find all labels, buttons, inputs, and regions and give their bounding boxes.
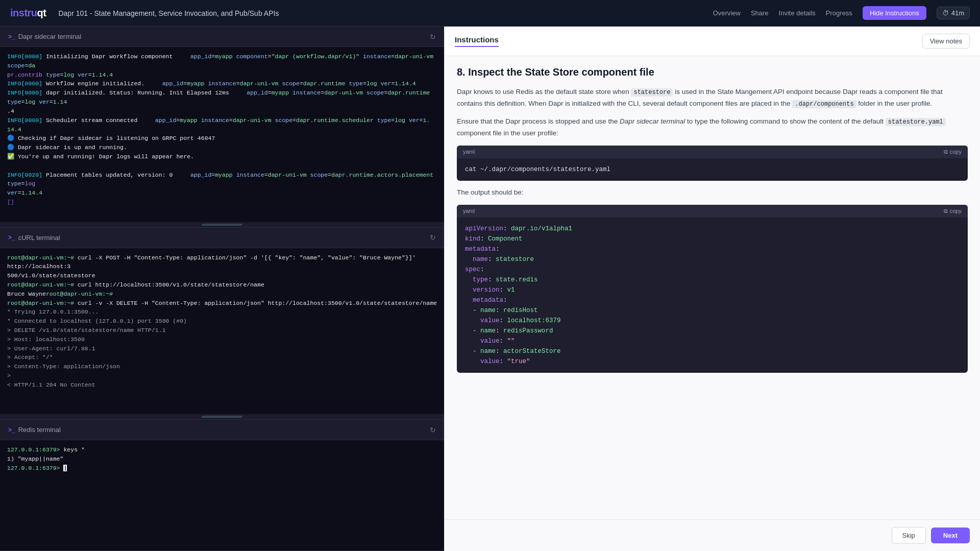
- terminal-line: ver=1.14.4: [7, 188, 437, 198]
- instructions-tab[interactable]: Instructions: [455, 35, 499, 47]
- nav-share[interactable]: Share: [751, 9, 769, 17]
- dapr-sidecar-terminal-header: Dapr sidecar terminal ↻: [0, 27, 444, 47]
- terminal-line: > Content-Type: application/json: [7, 362, 437, 371]
- dapr-sidecar-refresh-icon[interactable]: ↻: [430, 33, 436, 41]
- command-code-block-body: cat ~/.dapr/components/statestore.yaml: [457, 158, 968, 181]
- instructions-paragraph-2: Ensure that the Dapr process is stopped …: [457, 116, 968, 139]
- copy-icon: ⧉: [944, 149, 948, 155]
- nav-progress[interactable]: Progress: [826, 9, 852, 17]
- terminal-line: [7, 161, 437, 171]
- output-code-block-header: yaml ⧉ copy: [457, 205, 968, 218]
- scroll-indicator-curl: [0, 414, 444, 419]
- terminal-line: INFO[0020] Placement tables updated, ver…: [7, 171, 437, 189]
- timer-badge: ⏱ 41m: [937, 7, 970, 19]
- terminal-line: > Accept: */*: [7, 353, 437, 362]
- redis-title: Redis terminal: [8, 426, 61, 434]
- terminal-line: INFO[0000] dapr initialized. Status: Run…: [7, 88, 437, 107]
- nav-invite-details[interactable]: Invite details: [779, 9, 816, 17]
- timer-icon: ⏱: [942, 9, 949, 17]
- terminal-line: root@dapr-uni-vm:~# curl http://localhos…: [7, 280, 437, 290]
- nav-links: Overview Share Invite details Progress H…: [713, 6, 970, 20]
- instructions-content: 8. Inspect the State Store component fil…: [445, 56, 980, 519]
- skip-button[interactable]: Skip: [892, 527, 926, 544]
- dapr-sidecar-title: Dapr sidecar terminal: [8, 33, 81, 40]
- view-notes-button[interactable]: View notes: [922, 34, 970, 49]
- output-intro-text: The output should be:: [457, 187, 968, 199]
- terminal-line: pr.contrib type=log ver=1.14.4: [7, 70, 437, 80]
- terminal-line: > User-Agent: curl/7.88.1: [7, 344, 437, 353]
- terminal-line: 14.4: [7, 125, 437, 134]
- terminal-line: INFO[0000] Initializing Dapr workflow co…: [7, 52, 437, 70]
- left-panel: Dapr sidecar terminal ↻ INFO[0000] Initi…: [0, 27, 444, 551]
- next-button[interactable]: Next: [931, 528, 970, 543]
- redis-terminal-panel: Redis terminal ↻ 127.0.0.1:6379> keys * …: [0, 420, 444, 551]
- nav-overview[interactable]: Overview: [713, 9, 741, 17]
- terminal-line: ✅ You're up and running! Dapr logs will …: [7, 152, 437, 161]
- output-code-block: yaml ⧉ copy apiVersion: dapr.io/v1alpha1…: [457, 205, 968, 373]
- terminal-line: > DELETE /v1.0/state/statestore/name HTT…: [7, 326, 437, 335]
- right-panel: Instructions View notes 8. Inspect the S…: [444, 27, 980, 551]
- instructions-paragraph-1: Dapr knows to use Redis as the default s…: [457, 86, 968, 110]
- curl-title: cURL terminal: [8, 234, 60, 242]
- instructions-header: Instructions View notes: [445, 27, 980, 56]
- timer-value: 41m: [951, 9, 964, 17]
- step-heading: 8. Inspect the State Store component fil…: [457, 66, 968, 78]
- curl-terminal-panel: cURL terminal ↻ root@dapr-uni-vm:~# curl…: [0, 228, 444, 420]
- hide-instructions-button[interactable]: Hide Instructions: [863, 6, 926, 20]
- terminal-line: .4: [7, 107, 437, 116]
- topnav: instruqt Dapr 101 - State Management, Se…: [0, 0, 980, 27]
- copy-icon-2: ⧉: [944, 208, 948, 214]
- bottom-bar: Skip Next: [445, 519, 980, 551]
- terminal-line: root@dapr-uni-vm:~# curl -v -X DELETE -H…: [7, 299, 437, 308]
- terminal-line: 1) "myapp||name": [7, 454, 437, 464]
- curl-terminal-header: cURL terminal ↻: [0, 228, 444, 248]
- copy-command-button[interactable]: ⧉ copy: [944, 149, 962, 155]
- terminal-line: Bruce Wayneroot@dapr-uni-vm:~#: [7, 290, 437, 299]
- logo: instruqt: [10, 7, 46, 19]
- copy-output-button[interactable]: ⧉ copy: [944, 208, 962, 214]
- terminal-line: root@dapr-uni-vm:~# curl -X POST -H "Con…: [7, 253, 437, 272]
- scroll-indicator: [0, 222, 444, 227]
- curl-refresh-icon[interactable]: ↻: [430, 233, 436, 242]
- terminal-line: 127.0.0.1:6379> |: [7, 464, 437, 473]
- terminal-line: < HTTP/1.1 204 No Content: [7, 380, 437, 390]
- curl-terminal-body[interactable]: root@dapr-uni-vm:~# curl -X POST -H "Con…: [0, 248, 444, 414]
- output-code-block-body: apiVersion: dapr.io/v1alpha1 kind: Compo…: [457, 218, 968, 373]
- command-code-block-header: yaml ⧉ copy: [457, 146, 968, 158]
- terminal-line: 🔵 Checking if Dapr sidecar is listening …: [7, 134, 437, 143]
- dapr-sidecar-terminal-panel: Dapr sidecar terminal ↻ INFO[0000] Initi…: [0, 27, 444, 228]
- command-code-block: yaml ⧉ copy cat ~/.dapr/components/state…: [457, 146, 968, 181]
- page-title: Dapr 101 - State Management, Service Inv…: [58, 9, 700, 17]
- terminal-line: 127.0.0.1:6379> keys *: [7, 445, 437, 454]
- terminal-line: >: [7, 371, 437, 380]
- terminal-line: 🔵 Dapr sidecar is up and running.: [7, 143, 437, 152]
- terminal-line: 500/v1.0/state/statestore: [7, 271, 437, 280]
- redis-terminal-body[interactable]: 127.0.0.1:6379> keys * 1) "myapp||name" …: [0, 440, 444, 550]
- terminal-line: * Connected to localhost (127.0.0.1) por…: [7, 317, 437, 326]
- redis-refresh-icon[interactable]: ↻: [430, 426, 436, 434]
- redis-terminal-header: Redis terminal ↻: [0, 420, 444, 440]
- main-layout: Dapr sidecar terminal ↻ INFO[0000] Initi…: [0, 27, 980, 551]
- terminal-line: INFO[0000] Workflow engine initialized. …: [7, 79, 437, 88]
- terminal-line: > Host: localhost:3500: [7, 335, 437, 344]
- terminal-line: INFO[0000] Scheduler stream connected ap…: [7, 116, 437, 125]
- terminal-line: []: [7, 198, 437, 207]
- terminal-line: * Trying 127.0.0.1:3500...: [7, 307, 437, 317]
- dapr-sidecar-terminal-body[interactable]: INFO[0000] Initializing Dapr workflow co…: [0, 47, 444, 222]
